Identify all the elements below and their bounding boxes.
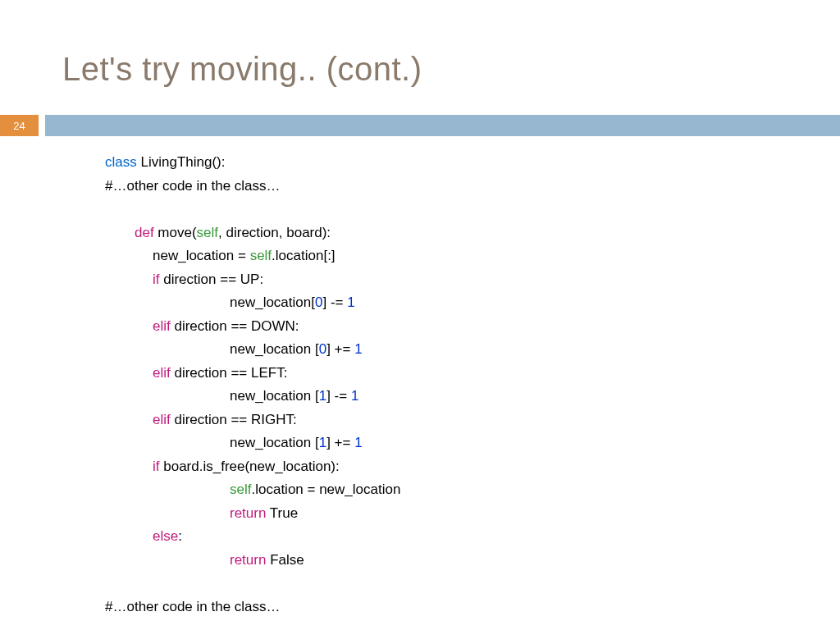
accent-bar	[45, 115, 840, 136]
code-line: new_location [1] += 1	[105, 431, 400, 455]
kw-elif: elif	[153, 412, 171, 427]
code-line: else:	[105, 525, 400, 549]
code-line: #…other code in the class…	[105, 175, 400, 199]
code-line: def move(self, direction, board):	[105, 221, 400, 245]
page-number-badge: 24	[0, 115, 39, 136]
code-line: new_location = self.location[:]	[105, 244, 400, 268]
kw-else: else	[153, 528, 178, 544]
kw-elif: elif	[153, 365, 171, 381]
code-line: elif direction == RIGHT:	[105, 409, 400, 432]
kw-if: if	[153, 272, 160, 287]
kw-class: class	[105, 154, 137, 170]
code-line: elif direction == LEFT:	[105, 362, 400, 386]
code-line: new_location [1] -= 1	[105, 385, 400, 409]
kw-self: self	[230, 482, 251, 497]
kw-self: self	[197, 225, 218, 240]
code-line: new_location[0] -= 1	[105, 291, 400, 315]
code-line: return True	[105, 502, 400, 526]
kw-def: def	[135, 225, 154, 240]
code-line: self.location = new_location	[105, 478, 400, 502]
divider-row: 24	[0, 115, 840, 136]
code-line: class LivingThing():	[105, 151, 400, 175]
kw-return: return	[230, 552, 266, 568]
code-line	[105, 572, 400, 596]
code-line: return False	[105, 549, 400, 573]
slide-title: Let's try moving.. (cont.)	[62, 51, 422, 88]
code-block: class LivingThing(): #…other code in the…	[105, 151, 400, 619]
code-line: if board.is_free(new_location):	[105, 455, 400, 479]
code-line	[105, 198, 400, 221]
kw-elif: elif	[153, 318, 171, 334]
slide: Let's try moving.. (cont.) 24 class Livi…	[0, 0, 840, 630]
kw-if: if	[153, 459, 160, 474]
code-line: new_location [0] += 1	[105, 338, 400, 362]
code-line: elif direction == DOWN:	[105, 315, 400, 339]
kw-return: return	[230, 505, 266, 521]
kw-self: self	[250, 248, 272, 263]
code-line: #…other code in the class…	[105, 596, 400, 619]
code-line: if direction == UP:	[105, 268, 400, 292]
